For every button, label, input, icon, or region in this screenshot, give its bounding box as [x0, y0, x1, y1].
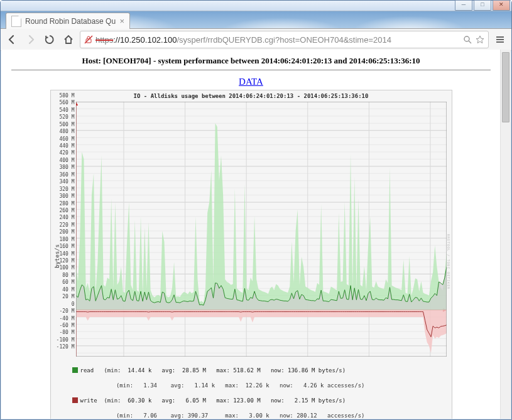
- chart-svg: [76, 102, 447, 357]
- y-tick-label: 60 M: [62, 279, 74, 285]
- reload-button[interactable]: [42, 32, 57, 47]
- chart-legend: read (min: 14.44 k avg: 28.85 M max: 518…: [72, 359, 447, 419]
- back-button[interactable]: [4, 32, 19, 47]
- y-tick-label: 200 M: [59, 229, 74, 235]
- y-tick-label: 580 M: [59, 93, 74, 99]
- y-tick-label: 180 M: [59, 236, 74, 242]
- url-text: ://10.250.102.100/sysperf/rrdbQUERYDB.cg…: [113, 35, 391, 45]
- legend-write-accesses: (min: 7.06 avg: 390.37 max: 3.00 k now: …: [116, 412, 365, 419]
- page-favicon-icon: [11, 16, 21, 27]
- legend-write-label: write: [80, 397, 97, 404]
- y-tick-label: 280 M: [59, 200, 74, 206]
- page-title: Host: [ONEOH704] - system performance be…: [1, 56, 501, 66]
- chart-title: IO - Alldisks usage between 2014:06:24:0…: [51, 90, 452, 100]
- y-tick-label: 240 M: [59, 215, 74, 220]
- y-tick-label: 140 M: [59, 250, 74, 256]
- y-tick-label: 460 M: [59, 136, 74, 141]
- y-tick-label: 360 M: [59, 171, 74, 177]
- svg-line-3: [469, 41, 471, 43]
- tab-strip: Round Robin Database Qu ×: [1, 11, 511, 29]
- svg-rect-7: [76, 102, 447, 357]
- bookmark-star-icon[interactable]: [476, 35, 484, 44]
- y-tick-label: 560 M: [59, 100, 74, 105]
- window-titlebar: ─ □ ✕: [1, 1, 511, 11]
- y-tick-label: 420 M: [59, 150, 74, 156]
- menu-button[interactable]: [493, 32, 508, 47]
- vertical-scrollbar[interactable]: [500, 50, 511, 419]
- y-tick-label: 100 M: [59, 265, 74, 271]
- y-tick-label: 520 M: [59, 114, 74, 120]
- close-button[interactable]: ✕: [493, 0, 510, 11]
- y-tick-label: 0: [72, 301, 75, 306]
- y-tick-label: 20 M: [62, 294, 74, 299]
- y-tick-label: 260 M: [59, 207, 74, 213]
- y-tick-label: 160 M: [59, 244, 74, 249]
- maximize-button[interactable]: □: [474, 0, 491, 11]
- document-body: Host: [ONEOH704] - system performance be…: [1, 50, 501, 419]
- y-tick-label: 540 M: [59, 107, 74, 112]
- y-tick-label: -20 M: [59, 308, 74, 314]
- y-tick-label: 440 M: [59, 143, 74, 149]
- y-tick-label: 380 M: [59, 164, 74, 170]
- window-controls: ─ □ ✕: [454, 0, 510, 11]
- y-tick-label: 340 M: [59, 179, 74, 185]
- search-icon[interactable]: [463, 35, 472, 44]
- legend-write-stats: (min: 60.30 k avg: 6.05 M max: 123.00 M …: [104, 397, 346, 404]
- chart-plot-area: [76, 102, 447, 357]
- y-tick-label: 220 M: [59, 222, 74, 227]
- y-tick-label: 300 M: [59, 193, 74, 199]
- tab-title: Round Robin Database Qu: [25, 17, 117, 26]
- home-button[interactable]: [61, 32, 76, 47]
- y-tick-label: -120 M: [57, 344, 75, 350]
- url-scheme: https: [95, 35, 113, 45]
- scrollbar-thumb[interactable]: [502, 52, 509, 122]
- address-bar[interactable]: https ://10.250.102.100/sysperf/rrdbQUER…: [80, 31, 489, 48]
- data-link[interactable]: DATA: [239, 77, 263, 87]
- svg-point-2: [464, 36, 469, 41]
- y-tick-label: 80 M: [62, 272, 74, 277]
- page-content: Host: [ONEOH704] - system performance be…: [1, 50, 511, 419]
- y-tick-label: 120 M: [59, 258, 74, 264]
- y-tick-label: -40 M: [59, 315, 74, 321]
- y-tick-label: 400 M: [59, 157, 74, 163]
- legend-read-stats: (min: 14.44 k avg: 28.85 M max: 518.62 M…: [104, 367, 346, 374]
- y-tick-label: 40 M: [62, 286, 74, 292]
- forward-button[interactable]: [23, 32, 38, 47]
- browser-toolbar: https ://10.250.102.100/sysperf/rrdbQUER…: [1, 29, 511, 51]
- legend-read-accesses: (min: 1.34 avg: 1.14 k max: 12.26 k now:…: [116, 382, 365, 389]
- omnibox-actions: [463, 35, 484, 44]
- legend-read-label: read: [80, 367, 97, 374]
- y-tick-label: -60 M: [59, 322, 74, 328]
- tab-close-icon[interactable]: ×: [119, 16, 124, 26]
- y-tick-label: 500 M: [59, 121, 74, 127]
- y-tick-label: 320 M: [59, 186, 74, 191]
- y-tick-label: -100 M: [57, 337, 75, 342]
- minimize-button[interactable]: ─: [455, 0, 472, 11]
- y-axis-ticks: 580 M560 M540 M520 M500 M480 M460 M440 M…: [60, 93, 75, 419]
- ssl-warning-icon: [84, 35, 93, 44]
- horizontal-rule: [11, 70, 491, 70]
- browser-window: ─ □ ✕ Round Robin Database Qu × h: [0, 0, 512, 420]
- rrd-graph: IO - Alldisks usage between 2014:06:24:0…: [50, 90, 452, 419]
- y-tick-label: -80 M: [59, 330, 74, 335]
- y-tick-label: 480 M: [59, 129, 74, 134]
- browser-tab[interactable]: Round Robin Database Qu ×: [6, 13, 130, 29]
